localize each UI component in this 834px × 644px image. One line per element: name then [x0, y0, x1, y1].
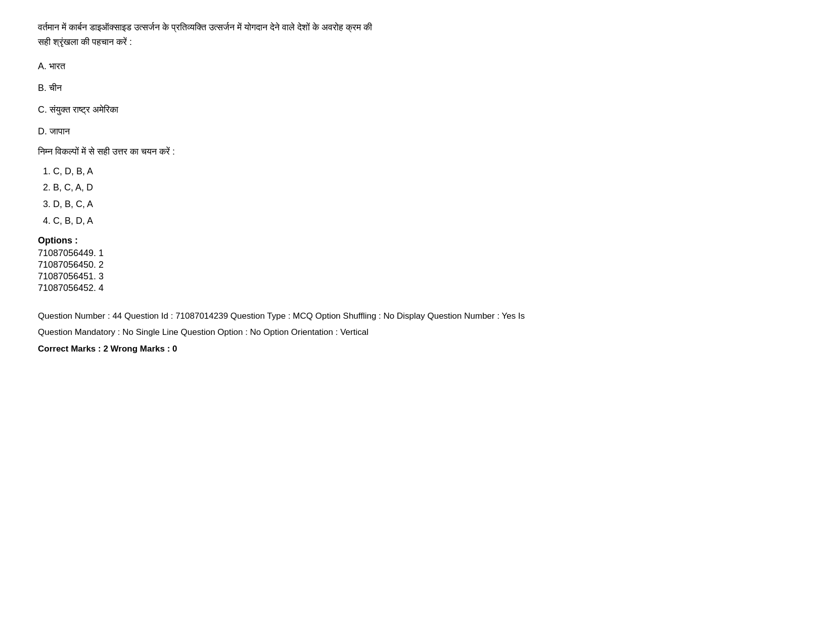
option-id-1: 71087056449. 1 — [38, 248, 796, 259]
numbered-option-3: 3. D, B, C, A — [43, 197, 796, 212]
metadata-line2: Question Mandatory : No Single Line Ques… — [38, 325, 796, 340]
option-id-4: 71087056452. 4 — [38, 283, 796, 293]
numbered-option-4: 4. C, B, D, A — [43, 214, 796, 228]
option-id-3: 71087056451. 3 — [38, 271, 796, 282]
question-text: वर्तमान में कार्बन डाइऑक्साइड उत्सर्जन क… — [38, 20, 796, 49]
option-c: C. संयुक्त राष्ट्र अमेरिका — [38, 103, 796, 117]
option-a: A. भारत — [38, 60, 796, 73]
option-d: D. जापान — [38, 125, 796, 138]
question-text-line1: वर्तमान में कार्बन डाइऑक्साइड उत्सर्जन क… — [38, 22, 372, 32]
option-id-2: 71087056450. 2 — [38, 260, 796, 270]
question-text-line2: सही श्रृंखला की पहचान करें : — [38, 37, 132, 47]
options-label: Options : — [38, 235, 796, 246]
metadata-section: Question Number : 44 Question Id : 71087… — [38, 309, 796, 357]
question-container: वर्तमान में कार्बन डाइऑक्साइड उत्सर्जन क… — [38, 20, 796, 357]
numbered-options-list: 1. C, D, B, A 2. B, C, A, D 3. D, B, C, … — [43, 164, 796, 228]
numbered-option-2: 2. B, C, A, D — [43, 180, 796, 195]
correct-marks-line: Correct Marks : 2 Wrong Marks : 0 — [38, 341, 796, 357]
numbered-option-1: 1. C, D, B, A — [43, 164, 796, 179]
sub-question-text: निम्न विकल्पों में से सही उत्तर का चयन क… — [38, 146, 796, 157]
metadata-line1: Question Number : 44 Question Id : 71087… — [38, 309, 796, 324]
option-b: B. चीन — [38, 81, 796, 95]
